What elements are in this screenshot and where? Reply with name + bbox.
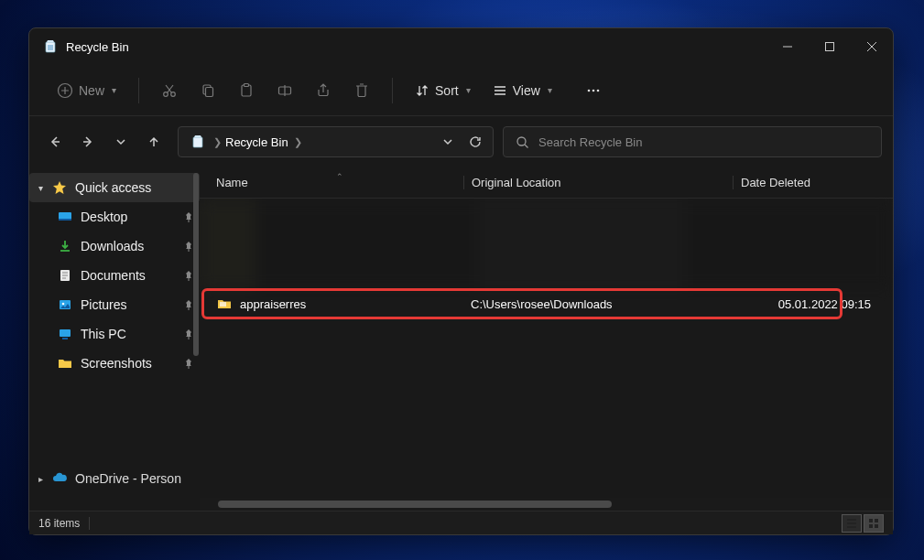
thumbnails-view-toggle[interactable] [864,514,884,533]
sidebar-item-downloads[interactable]: Downloads [57,232,200,261]
svg-rect-25 [869,524,873,528]
sort-ascending-icon: ⌃ [336,172,343,181]
sidebar-item-this-pc[interactable]: This PC [57,319,200,349]
content-pane: Name ⌃ Original Location Date Deleted [200,167,893,511]
close-button[interactable] [851,28,893,65]
statusbar-separator [89,517,90,530]
sidebar-item-onedrive[interactable]: ▸ OneDrive - Person [29,464,200,493]
refresh-button[interactable] [462,127,489,156]
recent-locations-button[interactable] [106,127,136,156]
sidebar-item-desktop[interactable]: Desktop [57,202,200,232]
maximize-button[interactable] [809,28,851,65]
more-button[interactable] [576,74,611,107]
file-row-appraiserres[interactable]: appraiserres C:\Users\rosee\Downloads 05… [209,290,884,318]
chevron-right-icon: ❯ [294,136,302,148]
horizontal-scrollbar[interactable] [200,498,893,511]
sidebar-item-documents[interactable]: Documents [57,261,200,290]
address-bar[interactable]: ❯ Recycle Bin ❯ [178,126,494,157]
sidebar-item-pictures[interactable]: Pictures [57,290,200,319]
breadcrumb-label: Recycle Bin [225,135,288,149]
window-title: Recycle Bin [66,40,129,54]
column-label: Date Deleted [741,176,810,189]
trash-icon [353,82,370,99]
svg-point-19 [62,303,65,306]
plus-circle-icon [57,82,73,99]
new-label: New [79,83,104,98]
svg-rect-23 [869,519,873,522]
documents-icon [57,267,73,284]
sidebar-item-label: This PC [81,327,126,341]
scrollbar-thumb[interactable] [193,173,199,356]
paste-button[interactable] [229,74,264,107]
recycle-bin-icon [42,38,59,55]
sort-button[interactable]: Sort ▾ [406,74,480,107]
rename-icon [277,82,293,99]
chevron-right-icon[interactable]: ❯ [213,136,222,148]
view-icon [493,83,507,98]
svg-rect-6 [206,87,213,96]
svg-rect-22 [220,302,226,307]
share-button[interactable] [306,74,341,107]
cut-button[interactable] [152,74,187,107]
view-label: View [513,83,540,98]
search-input[interactable] [538,135,872,149]
copy-icon [200,82,216,99]
chevron-down-icon: ▾ [548,85,552,95]
share-icon [315,82,332,99]
sidebar-item-label: Quick access [75,180,151,195]
blurred-rows [200,199,893,290]
sidebar-scrollbar[interactable] [192,173,200,505]
minimize-button[interactable] [766,28,809,65]
chevron-down-icon: ▾ [112,85,116,95]
folder-icon [57,355,73,372]
new-button[interactable]: New ▾ [48,74,125,107]
address-row: ❯ Recycle Bin ❯ [29,116,893,167]
address-dropdown-button[interactable] [434,127,462,156]
forward-button[interactable] [73,127,103,156]
sidebar-item-quick-access[interactable]: ▾ Quick access [29,173,200,202]
column-label: Name [216,176,248,189]
file-original-location: C:\Users\rosee\Downloads [463,297,733,311]
details-view-toggle[interactable] [842,514,862,533]
view-button[interactable]: View ▾ [484,74,561,107]
delete-button[interactable] [344,74,379,107]
titlebar: Recycle Bin [29,28,893,65]
toolbar: New ▾ [29,65,893,116]
quick-access-children: Desktop Downloads [29,202,200,378]
column-header-original-location[interactable]: Original Location [463,176,733,189]
breadcrumb[interactable]: Recycle Bin ❯ [222,135,306,149]
chevron-right-icon[interactable]: ▸ [38,474,51,484]
search-box[interactable] [503,126,882,157]
svg-rect-13 [193,137,202,147]
file-name: appraiserres [240,297,306,311]
search-icon [513,135,531,149]
scissors-icon [161,82,178,99]
rename-button[interactable] [267,74,302,107]
column-header-name[interactable]: Name ⌃ [216,176,463,189]
chevron-down-icon[interactable]: ▾ [38,183,51,193]
paste-icon [238,82,255,99]
sidebar-item-label: Downloads [81,239,144,253]
sidebar-item-label: Pictures [81,297,127,312]
column-header-date-deleted[interactable]: Date Deleted [733,176,893,189]
column-label: Original Location [472,176,561,189]
more-icon [585,82,602,99]
sort-icon [415,83,429,98]
copy-button[interactable] [190,74,225,107]
toolbar-separator [392,78,393,103]
up-button[interactable] [139,127,168,156]
window-controls [766,28,893,65]
sort-label: Sort [435,83,459,98]
sidebar-item-screenshots[interactable]: Screenshots [57,349,200,378]
scrollbar-thumb[interactable] [218,501,612,508]
file-list[interactable]: appraiserres C:\Users\rosee\Downloads 05… [200,199,893,498]
file-explorer-window: Recycle Bin New ▾ [28,27,894,535]
sidebar-item-label: Screenshots [81,356,152,371]
this-pc-icon [57,326,73,342]
back-button[interactable] [40,127,70,156]
svg-rect-26 [875,524,878,528]
body: ▾ Quick access Desktop [29,167,893,511]
chevron-down-icon: ▾ [466,85,471,95]
sidebar-item-label: Documents [81,268,146,283]
nav-arrows [40,127,168,156]
